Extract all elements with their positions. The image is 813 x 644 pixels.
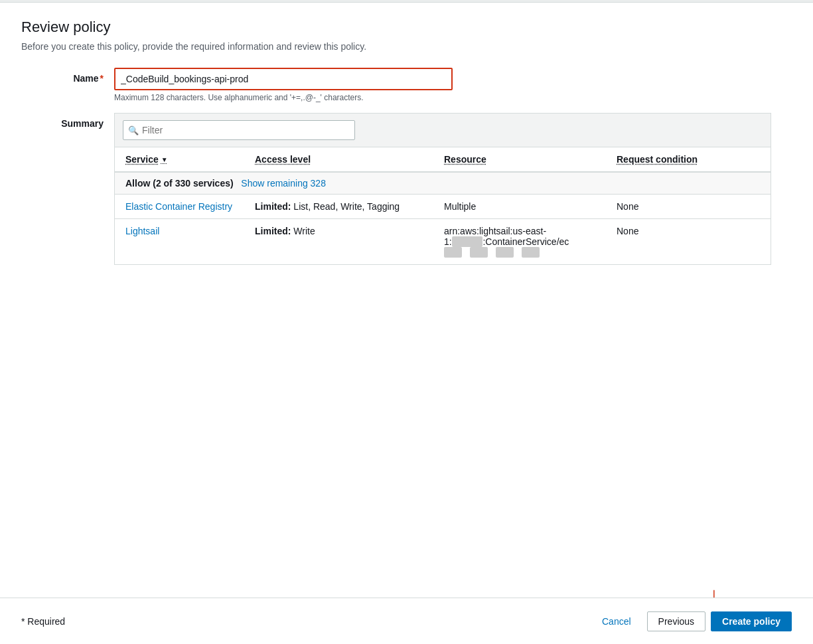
search-icon: 🔍 (128, 125, 139, 135)
blurred-arn3 (496, 247, 514, 258)
ecr-service-link[interactable]: Elastic Container Registry (125, 201, 232, 212)
col-access-header: Access level (244, 147, 433, 171)
summary-row: Summary 🔍 Service ▼ Access level Resourc… (21, 113, 792, 265)
col-service-header: Service ▼ (115, 147, 244, 171)
blurred-arn1 (444, 247, 462, 258)
blurred-arn2 (470, 247, 488, 258)
filter-bar: 🔍 (115, 114, 771, 147)
service-cell: Elastic Container Registry (115, 195, 244, 218)
arn-line3 (444, 247, 595, 258)
access-detail: List, Read, Write, Tagging (293, 201, 400, 212)
name-label: Name (21, 68, 114, 84)
cancel-button[interactable]: Cancel (591, 612, 642, 631)
table-row: Elastic Container Registry Limited: List… (115, 195, 771, 219)
resource-cell: arn:aws:lightsail:us-east- 1: :Container… (433, 219, 606, 264)
page-description: Before you create this policy, provide t… (21, 41, 792, 52)
col-request-header: Request condition (606, 147, 771, 171)
name-input[interactable] (114, 68, 453, 90)
request-cell: None (606, 195, 771, 218)
blurred-arn4 (522, 247, 540, 258)
sort-arrow-icon[interactable]: ▼ (161, 156, 168, 163)
page-title: Review policy (21, 19, 792, 36)
table-row: Lightsail Limited: Write arn:aws:lightsa… (115, 219, 771, 264)
required-note: * Required (21, 616, 65, 627)
summary-label: Summary (21, 113, 114, 129)
name-input-wrapper: Maximum 128 characters. Use alphanumeric… (114, 68, 453, 102)
name-form-row: Name Maximum 128 characters. Use alphanu… (21, 68, 792, 102)
col-resource-header: Resource (433, 147, 606, 171)
filter-input-wrapper: 🔍 (123, 120, 355, 140)
limited-label: Limited: (255, 201, 291, 212)
allow-row: Allow (2 of 330 services) Show remaining… (115, 173, 771, 195)
allow-count: Allow (2 of 330 services) (125, 178, 234, 189)
page-container: Review policy Before you create this pol… (0, 3, 813, 281)
footer-buttons: Cancel Previous Create policy (591, 611, 792, 631)
request-cell: None (606, 219, 771, 243)
limited-label: Limited: (255, 226, 291, 236)
summary-box: 🔍 Service ▼ Access level Resource Reques… (114, 113, 771, 265)
arn-line1: arn:aws:lightsail:us-east- (444, 226, 595, 236)
arn-line2: 1: :ContainerService/ec (444, 236, 595, 247)
service-cell: Lightsail (115, 219, 244, 243)
filter-input[interactable] (123, 120, 355, 140)
footer-bar: * Required Cancel Previous Create policy (0, 598, 813, 644)
access-detail: Write (293, 226, 315, 236)
name-hint: Maximum 128 characters. Use alphanumeric… (114, 93, 453, 102)
access-cell: Limited: Write (244, 219, 433, 243)
access-cell: Limited: List, Read, Write, Tagging (244, 195, 433, 218)
show-remaining-link[interactable]: Show remaining 328 (241, 178, 326, 189)
previous-button[interactable]: Previous (647, 611, 705, 631)
create-policy-button[interactable]: Create policy (711, 611, 792, 631)
blurred-account (452, 236, 483, 247)
table-header: Service ▼ Access level Resource Request … (115, 147, 771, 173)
resource-cell: Multiple (433, 195, 606, 218)
lightsail-service-link[interactable]: Lightsail (125, 226, 159, 236)
